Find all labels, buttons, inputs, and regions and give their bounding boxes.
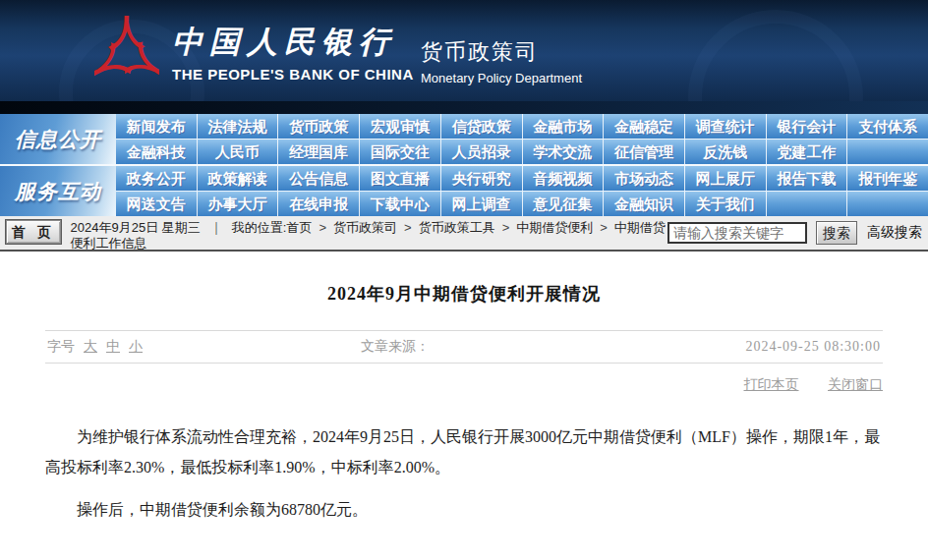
nav-item[interactable]: 法律法规 [197,114,278,139]
nav-item[interactable]: 国际交往 [359,140,440,164]
nav-item[interactable]: 央行研究 [440,166,522,191]
article-actions-bottom: 打印本页 关闭窗口 [45,536,883,560]
nav-item[interactable]: 市场动态 [603,166,684,191]
site-header: 人 人 人 中国人民银行 THE PEOPLE'S BANK OF CHINA … [0,0,928,101]
article-title: 2024年9月中期借贷便利开展情况 [45,252,883,330]
nav-section-services: 服务互动 政务公开政策解读公告信息图文直播央行研究音频视频市场动态网上展厅报告下… [0,164,928,216]
article-meta-row: 字号大中小 文章来源： 2024-09-25 08:30:00 [45,330,883,364]
search-input[interactable] [667,222,807,244]
nav-item[interactable]: 人员招录 [440,140,522,164]
nav-item[interactable]: 经理国库 [277,140,359,164]
article-content: 2024年9月中期借贷便利开展情况 字号大中小 文章来源： 2024-09-25… [0,252,928,560]
nav-item[interactable]: 银行会计 [766,114,847,139]
breadcrumb-link[interactable]: 首页 [286,220,312,235]
nav-item[interactable]: 反洗钱 [684,140,766,164]
nav-empty-cell [846,192,928,216]
font-size-links: 大中小 [75,339,143,354]
article-paragraph: 操作后，中期借贷便利余额为68780亿元。 [45,494,883,525]
font-size-link[interactable]: 小 [129,339,143,354]
bank-name-cn: 中国人民银行 [172,22,414,63]
font-size-link[interactable]: 中 [106,339,120,354]
bank-name-block: 中国人民银行 THE PEOPLE'S BANK OF CHINA [172,22,414,83]
font-size-label: 字号 [47,339,75,354]
article-source-label: 文章来源： [361,338,430,356]
nav-item[interactable]: 金融科技 [116,140,197,164]
department-block: 货币政策司 Monetary Policy Department [421,37,582,85]
breadcrumb-separator: > [319,220,326,235]
nav-row: 网送文告办事大厅在线申报下载中心网上调查意见征集金融知识关于我们 [116,191,928,216]
current-date: 2024年9月25日 星期三 [71,220,201,235]
nav-item[interactable]: 信贷政策 [440,114,522,139]
nav-section-label[interactable]: 服务互动 [0,166,116,216]
breadcrumb-link[interactable]: 货币政策工具 [419,220,495,235]
nav-item[interactable]: 新闻发布 [116,114,197,139]
nav-empty-cell [766,192,847,216]
nav-item[interactable]: 货币政策 [277,114,359,139]
nav-item[interactable]: 关于我们 [684,192,766,216]
article-body: 为维护银行体系流动性合理充裕，2024年9月25日，人民银行开展3000亿元中期… [45,402,883,525]
breadcrumb-separator: > [600,220,608,235]
pboc-logo-icon: 人 人 人 [94,16,159,86]
nav-item[interactable]: 支付体系 [846,114,928,139]
nav-row: 金融科技人民币经理国库国际交往人员招录学术交流征信管理反洗钱党建工作 [116,139,928,164]
article-datetime: 2024-09-25 08:30:00 [745,339,881,355]
nav-row: 政务公开政策解读公告信息图文直播央行研究音频视频市场动态网上展厅报告下载报刊年鉴 [116,166,928,191]
nav-item[interactable]: 征信管理 [603,140,684,164]
article-paragraph: 为维护银行体系流动性合理充裕，2024年9月25日，人民银行开展3000亿元中期… [45,421,883,482]
breadcrumb-separator: > [404,220,412,235]
nav-section-info-disclosure: 信息公开 新闻发布法律法规货币政策宏观审慎信贷政策金融市场金融稳定调查统计银行会… [0,114,928,164]
nav-item[interactable]: 宏观审慎 [359,114,440,139]
department-name-cn: 货币政策司 [421,37,582,67]
nav-item[interactable]: 办事大厅 [197,192,278,216]
nav-item[interactable]: 网送文告 [116,192,197,216]
location-label: 我的位置: [232,220,287,235]
nav-item[interactable]: 网上调查 [440,192,522,216]
breadcrumb-bar: 首 页 2024年9月25日 星期三 ｜ 我的位置:首页>货币政策司>货币政策工… [0,216,928,252]
advanced-search-link[interactable]: 高级搜索 [867,224,922,242]
font-size-controls: 字号大中小 [47,338,143,356]
nav-item[interactable]: 党建工作 [766,140,847,164]
article-actions-top: 打印本页 关闭窗口 [45,364,883,402]
print-page-link[interactable]: 打印本页 [744,377,799,392]
department-name-en: Monetary Policy Department [421,71,582,85]
nav-section-label[interactable]: 信息公开 [0,114,116,164]
search-area: 搜索 高级搜索 [667,218,922,245]
nav-row: 新闻发布法律法规货币政策宏观审慎信贷政策金融市场金融稳定调查统计银行会计支付体系 [116,114,928,139]
header-watermark [688,10,863,101]
bank-name-en: THE PEOPLE'S BANK OF CHINA [172,66,414,83]
breadcrumb-link[interactable]: 货币政策司 [333,220,397,235]
close-window-link[interactable]: 关闭窗口 [828,377,883,392]
home-button[interactable]: 首 页 [6,220,61,244]
nav-item[interactable]: 政策解读 [197,166,278,191]
breadcrumb-divider: ｜ [209,220,222,235]
nav-item[interactable]: 调查统计 [684,114,766,139]
nav-item[interactable]: 金融市场 [522,114,604,139]
breadcrumb: 2024年9月25日 星期三 ｜ 我的位置:首页>货币政策司>货币政策工具>中期… [71,218,667,252]
nav-item[interactable]: 报告下载 [766,166,847,191]
nav-item[interactable]: 报刊年鉴 [846,166,928,191]
nav-item[interactable]: 学术交流 [522,140,604,164]
nav-item[interactable]: 金融稳定 [603,114,684,139]
breadcrumb-separator: > [502,220,510,235]
nav-item[interactable]: 图文直播 [359,166,440,191]
main-navigation: 信息公开 新闻发布法律法规货币政策宏观审慎信贷政策金融市场金融稳定调查统计银行会… [0,114,928,216]
nav-item[interactable]: 在线申报 [277,192,359,216]
nav-item[interactable]: 政务公开 [116,166,197,191]
nav-item[interactable]: 下载中心 [359,192,440,216]
search-button[interactable]: 搜索 [816,221,857,245]
header-divider-strip [0,101,928,114]
breadcrumb-link[interactable]: 中期借贷便利 [516,220,593,235]
nav-item[interactable]: 人民币 [197,140,278,164]
nav-item[interactable]: 网上展厅 [684,166,766,191]
nav-item[interactable]: 意见征集 [522,192,604,216]
nav-item[interactable]: 公告信息 [277,166,359,191]
font-size-link[interactable]: 大 [84,339,97,354]
nav-item[interactable]: 金融知识 [603,192,684,216]
nav-empty-cell [846,140,928,164]
nav-item[interactable]: 音频视频 [522,166,604,191]
